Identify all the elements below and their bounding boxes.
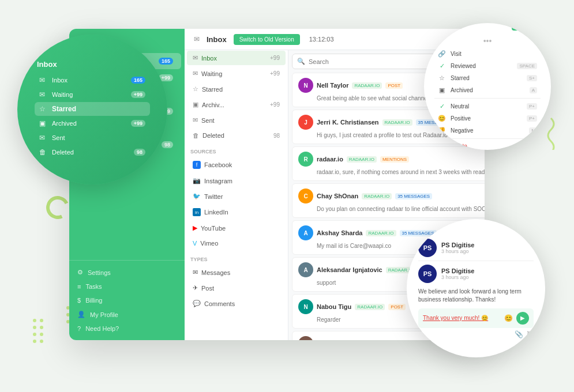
inbox-panel-vimeo-label: Vimeo: [200, 240, 218, 247]
inbox-panel-starred-label: Starred: [202, 86, 223, 93]
cl-item-deleted[interactable]: 🗑 Deleted 98: [35, 145, 150, 159]
inbox-panel-comments[interactable]: 💬 Comments: [187, 296, 286, 311]
cbr-emoji-icon[interactable]: 😊: [504, 314, 513, 322]
cl-archived-badge: +99: [131, 120, 145, 127]
cbr-attach-icon[interactable]: 📎: [515, 330, 523, 338]
inbox-panel-post[interactable]: ✈ Post: [187, 281, 286, 295]
cl-waiting-icon: ✉: [39, 91, 47, 99]
cl-star-icon: ☆: [39, 105, 47, 113]
cl-item-waiting[interactable]: ✉ Waiting +99: [35, 88, 150, 101]
inbox-panel-vimeo[interactable]: V Vimeo: [187, 236, 286, 250]
billing-icon: $: [77, 297, 81, 304]
inbox-panel-inbox[interactable]: ✉ Inbox +99: [187, 51, 286, 65]
cr-dots: •••: [434, 36, 541, 46]
inbox-panel-twitter[interactable]: 🐦 Twitter: [187, 189, 286, 203]
message-type-0: POST: [385, 82, 403, 89]
tasks-icon: ≡: [77, 283, 81, 290]
avatar-6: N: [298, 299, 313, 314]
cl-item-sent[interactable]: ✉ Sent: [35, 131, 150, 145]
inbox-panel: ✉ Inbox +99 ✉ Waiting +99 ☆ Starred ▣ Ar…: [185, 50, 288, 340]
cl-inbox-badge: 165: [131, 77, 145, 84]
inbox-panel-sent-label: Sent: [201, 117, 215, 124]
cr-item-archived[interactable]: ▣ Archived A: [434, 84, 541, 96]
cr-divider: [434, 98, 541, 99]
cr-neutral-label: Neutral: [451, 103, 522, 110]
cr-star-icon: ☆: [438, 74, 446, 82]
cr-item-starred[interactable]: ☆ Starred S+: [434, 72, 541, 84]
message-name-1: Jerri K. Christiansen: [317, 119, 379, 126]
actions-button[interactable]: Actions: [512, 23, 541, 31]
inbox-panel-facebook-label: Facebook: [204, 161, 232, 168]
cbr-image-icon[interactable]: 🖼: [527, 330, 534, 338]
inbox-panel-archived[interactable]: ▣ Archiv... +99: [187, 97, 286, 112]
inbox-panel-instagram[interactable]: 📷 Instagram: [187, 174, 286, 188]
cl-delete-icon: 🗑: [39, 148, 47, 156]
cr-starred-label: Starred: [451, 75, 522, 81]
cr-visit-label: Visit: [451, 51, 537, 57]
sidebar-profile[interactable]: 👤 My Profile: [69, 307, 185, 322]
svg-point-7: [33, 340, 36, 343]
time-display: 13:12:03: [309, 36, 334, 43]
visit-icon: 🔗: [438, 50, 446, 58]
inbox-label-icon: ✉: [194, 35, 200, 43]
inbox-panel-post-label: Post: [201, 285, 214, 292]
cbr-input-area[interactable]: Thank you very much! 😊 😊 ▶: [418, 308, 534, 328]
message-item-2[interactable]: R radaar.io RADAAR.IO MENTIONS 3 mins ag…: [292, 146, 485, 181]
cl-item-inbox[interactable]: ✉ Inbox 165: [35, 73, 150, 87]
inbox-panel-linkedin[interactable]: in LinkedIn: [187, 205, 286, 220]
cr-reviewed-label: Reviewed: [451, 63, 512, 69]
inbox-panel-youtube[interactable]: ▶ YouTube: [187, 221, 286, 235]
cbr-send-button[interactable]: ▶: [516, 312, 529, 325]
cr-item-visit[interactable]: 🔗 Visit: [434, 48, 541, 60]
cr-archived-kbd: A: [530, 87, 537, 93]
sidebar-help[interactable]: ? Need Help?: [69, 322, 185, 336]
cbr-contact2-name: PS Digitise: [441, 242, 474, 248]
sidebar-settings[interactable]: ⚙ Settings: [69, 265, 185, 280]
cr-reviewed-kbd: SPACE: [517, 63, 537, 69]
message-name-6: Nabou Tigu: [317, 303, 351, 310]
instagram-icon: 📷: [193, 177, 201, 184]
cr-negative-kbd: N: [529, 127, 537, 134]
circle-right-content: Actions ••• 🔗 Visit ✓ Reviewed SPACE ☆ S…: [430, 23, 545, 150]
inbox-panel-starred[interactable]: ☆ Starred: [187, 82, 286, 96]
avatar-5: A: [298, 262, 313, 277]
message-name-3: Chay ShOnan: [317, 193, 358, 199]
inbox-panel-waiting[interactable]: ✉ Waiting +99: [187, 66, 286, 81]
svg-point-1: [33, 319, 36, 322]
sidebar-billing[interactable]: $ Billing: [69, 293, 185, 307]
inbox-panel-facebook[interactable]: f Facebook: [187, 157, 286, 172]
cbr-message: We believe and look forward a long term …: [418, 288, 534, 304]
cr-item-negative[interactable]: 👎 Negative N: [434, 125, 541, 137]
svg-point-4: [40, 326, 43, 329]
cl-item-archived[interactable]: ▣ Archived +99: [35, 116, 150, 130]
cl-deleted-label: Deleted: [52, 149, 129, 156]
cr-starred-kbd: S+: [527, 75, 537, 81]
circle-left-overlay: Inbox ✉ Inbox 165 ✉ Waiting +99 ☆ Starre…: [17, 35, 167, 184]
inbox-panel-sent[interactable]: ✉ Sent: [187, 113, 286, 127]
cbr-contact1-header: PS PS Digitise 3 hours ago: [418, 265, 534, 283]
cr-item-reviewed[interactable]: ✓ Reviewed SPACE: [434, 60, 541, 72]
cl-item-starred[interactable]: ☆ Starred: [35, 102, 150, 116]
message-item-3[interactable]: C Chay ShOnan RADAAR.IO 35 MESSAGES 6th …: [292, 183, 485, 218]
sidebar-deleted-badge: 98: [162, 141, 173, 148]
circle-left-content: Inbox ✉ Inbox 165 ✉ Waiting +99 ☆ Starre…: [29, 54, 156, 165]
sidebar-tasks[interactable]: ≡ Tasks: [69, 280, 185, 293]
circle-chat-content: PS PS Digitise 3 hours ago PS PS Digitis…: [412, 233, 539, 344]
sources-section-title: Sources: [185, 143, 288, 157]
cr-item-positive[interactable]: 😊 Positive P+: [434, 112, 541, 125]
cbr-extra-icons: 📎 🖼: [418, 330, 534, 338]
cr-item-neutral[interactable]: ✓ Neutral P+: [434, 100, 541, 112]
cl-sent-icon: ✉: [39, 134, 47, 142]
inbox-panel-inbox-label: Inbox: [201, 55, 217, 62]
cr-delete-badge: 465: [524, 143, 537, 149]
message-type-2: MENTIONS: [380, 156, 409, 163]
inbox-panel-messages[interactable]: ✉ Messages: [187, 265, 286, 280]
inbox-panel-archived-label: Archiv...: [202, 101, 224, 108]
inbox-panel-deleted[interactable]: 🗑 Deleted 98: [187, 129, 286, 142]
switch-version-button[interactable]: Switch to Old Version: [234, 34, 300, 45]
avatar-0: N: [298, 78, 313, 93]
message-badge-6: RADAAR.IO: [355, 304, 385, 310]
cl-starred-label: Starred: [52, 105, 145, 113]
neutral-icon: ✓: [438, 103, 446, 110]
message-text-3: Do you plan on connecting radaar to line…: [317, 205, 485, 213]
